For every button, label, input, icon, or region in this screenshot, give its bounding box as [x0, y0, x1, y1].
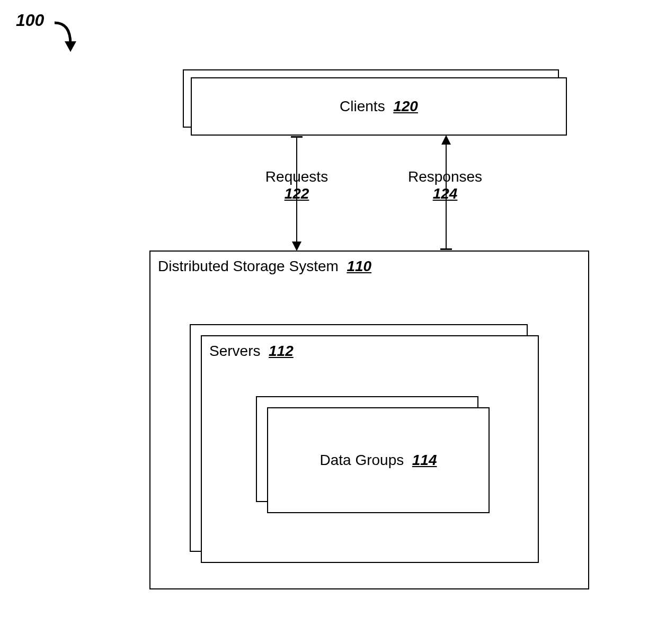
responses-label: Responses [408, 168, 482, 185]
servers-ref: 112 [269, 343, 294, 359]
clients-ref: 120 [393, 98, 418, 114]
responses-label-wrap: Responses 124 [397, 168, 493, 202]
requests-label: Requests [265, 168, 328, 185]
clients-label-wrap: Clients 120 [340, 98, 418, 115]
requests-label-wrap: Requests 122 [249, 168, 344, 202]
figure-number-text: 100 [16, 11, 44, 30]
responses-ref: 124 [433, 185, 458, 202]
data-groups-label: Data Groups [319, 452, 404, 468]
figure-number: 100 [16, 11, 44, 30]
figure-curve-arrow [52, 20, 84, 57]
clients-label: Clients [340, 98, 385, 114]
requests-ref: 122 [285, 185, 309, 202]
storage-system-title-wrap: Distributed Storage System 110 [150, 252, 588, 275]
clients-box-front: Clients 120 [191, 77, 567, 136]
storage-system-label: Distributed Storage System [158, 258, 339, 274]
servers-label: Servers [209, 343, 260, 359]
storage-system-ref: 110 [347, 258, 371, 274]
data-groups-box-front: Data Groups 114 [267, 407, 490, 513]
data-groups-label-wrap: Data Groups 114 [319, 452, 437, 469]
data-groups-ref: 114 [412, 452, 437, 468]
servers-title-wrap: Servers 112 [202, 336, 538, 360]
